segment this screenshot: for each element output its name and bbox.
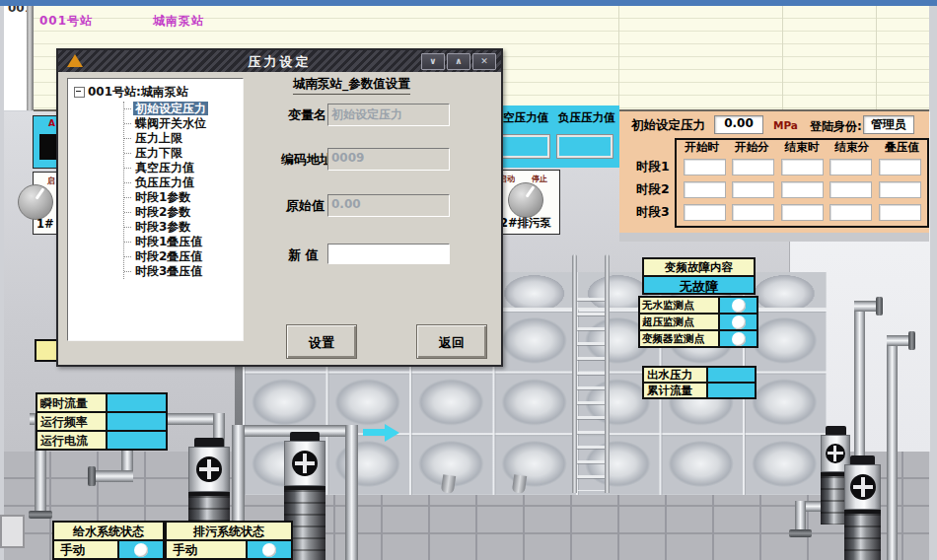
monitor-row: 变频器监测点 [640, 331, 757, 346]
drainage-mode: 手动 [167, 541, 246, 558]
tree-item-period3-boost[interactable]: 时段3叠压值 [124, 264, 243, 279]
tree-item-init-pressure[interactable]: 初始设定压力 [124, 102, 243, 116]
monitor-row: 超压监测点 [640, 315, 757, 329]
flow-direction-arrow [363, 424, 400, 442]
period-cell [829, 159, 872, 175]
period1-label: 时段1 [636, 159, 670, 175]
tree-item-period1-param[interactable]: 时段1参数 [124, 190, 243, 205]
water-supply-status-header: 给水系统状态 [54, 523, 163, 539]
drainage-status-header: 排污系统状态 [167, 523, 291, 539]
period-cell [732, 204, 774, 221]
metric-row: 运行电流 [37, 432, 166, 449]
period-cell [829, 204, 872, 221]
overpressure-point-label: 超压监测点 [640, 315, 718, 329]
pump1-selector-knob[interactable] [18, 184, 53, 220]
indicator-lamp [732, 332, 746, 346]
tree-item-period3-param[interactable]: 时段3参数 [124, 220, 243, 235]
instant-flow-label: 瞬时流量 [37, 394, 106, 411]
pressure-setting-dialog: 压力设定 ∨ ∧ ✕ 001号站:城南泵站 初始设定压力 蝶阀开关水位 压力上限… [56, 48, 503, 367]
tank-ladder [572, 254, 610, 493]
new-value-label: 新 值 [288, 246, 319, 264]
back-button[interactable]: 返回 [416, 324, 487, 359]
tree-item-valve-level[interactable]: 蝶阀开关水位 [124, 116, 243, 131]
login-identity-label: 登陆身份: [810, 118, 862, 135]
pump-cap [194, 438, 223, 447]
run-current-label: 运行电流 [37, 432, 106, 449]
dialog-titlebar[interactable]: 压力设定 ∨ ∧ ✕ [58, 50, 501, 72]
hidden-panel-fragment [0, 515, 25, 548]
original-value-label: 原始值 [286, 197, 324, 215]
station-name-cell[interactable]: 城南泵站 [153, 13, 204, 30]
tree-item-negative-pressure[interactable]: 负压压力值 [124, 175, 243, 190]
tree-collapse-icon[interactable] [74, 87, 85, 98]
pipe [887, 335, 910, 346]
pipe-flange [88, 466, 96, 486]
period2-label: 时段2 [636, 181, 670, 198]
period-cell [879, 181, 921, 198]
period-cell [684, 204, 726, 221]
indicator-lamp [732, 299, 746, 313]
tree-item-pressure-upper[interactable]: 压力上限 [124, 131, 243, 146]
station-id-cell[interactable]: 001号站 [39, 13, 93, 30]
minimize-button[interactable]: ∨ [421, 53, 445, 70]
tree-item-pressure-lower[interactable]: 压力下限 [124, 146, 243, 161]
pump-cap [290, 432, 319, 441]
metric-row: 瞬时流量 [37, 394, 166, 411]
grid-vline [782, 6, 783, 109]
monitor-row: 无水监测点 [640, 298, 757, 313]
tree-item-period2-param[interactable]: 时段2参数 [124, 205, 243, 220]
no-water-point-label: 无水监测点 [640, 298, 718, 313]
period-cell [781, 181, 824, 198]
period3-label: 时段3 [636, 204, 670, 221]
pipe [854, 301, 878, 312]
grid-left-column: 001 [4, 6, 27, 110]
time-period-table: 开始时 开始分 结束时 结束分 叠压值 [675, 138, 929, 228]
grid-vline [876, 6, 877, 109]
pump-emblem-icon [826, 444, 845, 463]
pump-cap [850, 455, 876, 464]
run-current-value [106, 432, 166, 449]
negative-pressure-value-box [556, 134, 613, 159]
vfd-fault-panel: 变频故障内容 无故障 [642, 257, 756, 295]
panel-shadow [619, 233, 929, 242]
new-value-input[interactable] [327, 244, 450, 264]
col-header: 叠压值 [877, 140, 927, 155]
parameter-tree: 001号站:城南泵站 初始设定压力 蝶阀开关水位 压力上限 压力下限 真空压力值… [67, 78, 244, 341]
monitor-indicator-cell [718, 315, 757, 329]
pipe [345, 425, 358, 560]
pipe [94, 470, 133, 482]
col-header: 开始分 [727, 140, 777, 155]
period-cell [732, 159, 774, 175]
indicator-lamp [732, 315, 746, 329]
period-cell [684, 181, 726, 198]
pressure-unit-label: MPa [773, 119, 798, 131]
close-button[interactable]: ✕ [472, 53, 496, 70]
ladder-rail [605, 254, 610, 493]
indicator-lamp [134, 543, 148, 557]
vacuum-pressure-value-box [499, 134, 550, 159]
fault-status: 无故障 [642, 277, 756, 295]
pump-emblem-icon [850, 474, 876, 500]
code-address-field: 0009 [327, 148, 450, 171]
tree-item-period2-boost[interactable]: 时段2叠压值 [124, 249, 243, 264]
fault-header: 变频故障内容 [642, 257, 756, 277]
set-button[interactable]: 设置 [286, 324, 357, 359]
grid-column-divider [27, 6, 34, 110]
form-header: 城南泵站_参数值设置 [293, 76, 410, 95]
period-row-1 [677, 155, 927, 177]
tree-item-vacuum-pressure[interactable]: 真空压力值 [124, 161, 243, 175]
monitor-indicator-cell [718, 298, 757, 313]
pipe [795, 501, 806, 532]
period-cell [829, 181, 872, 198]
maximize-button[interactable]: ∧ [447, 53, 470, 70]
period-cell [781, 159, 824, 175]
tree-item-period1-boost[interactable]: 时段1叠压值 [124, 235, 243, 249]
pipe [887, 344, 898, 560]
code-address-label: 编码地址 [281, 151, 332, 169]
period-cell [879, 159, 921, 175]
tree-root-node[interactable]: 001号站:城南泵站 [74, 84, 243, 101]
col-header: 结束分 [827, 140, 877, 155]
pump2-selector-knob[interactable] [508, 182, 543, 218]
mode-indicator-cell [117, 541, 163, 558]
pump1-control-panel-fragment: 启 1# [33, 172, 58, 235]
